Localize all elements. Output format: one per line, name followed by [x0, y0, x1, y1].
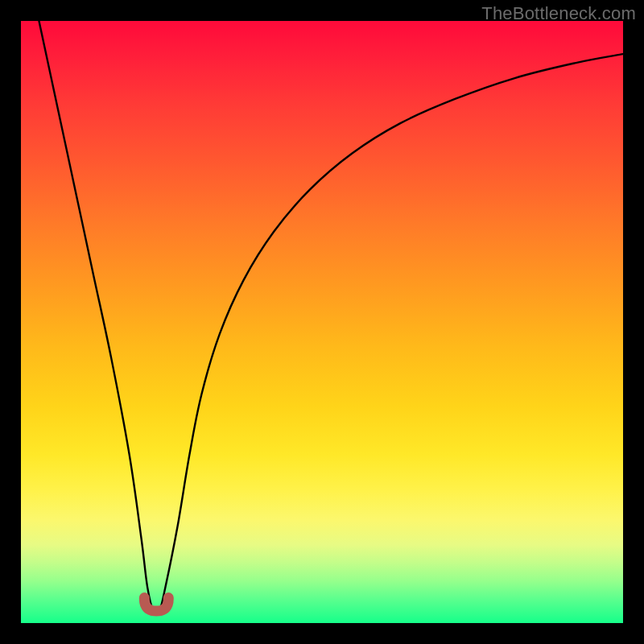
minimum-marker	[144, 598, 168, 611]
chart-frame: TheBottleneck.com	[0, 0, 644, 644]
bottleneck-curve	[39, 21, 623, 614]
plot-area	[21, 21, 623, 623]
curve-layer	[21, 21, 623, 623]
